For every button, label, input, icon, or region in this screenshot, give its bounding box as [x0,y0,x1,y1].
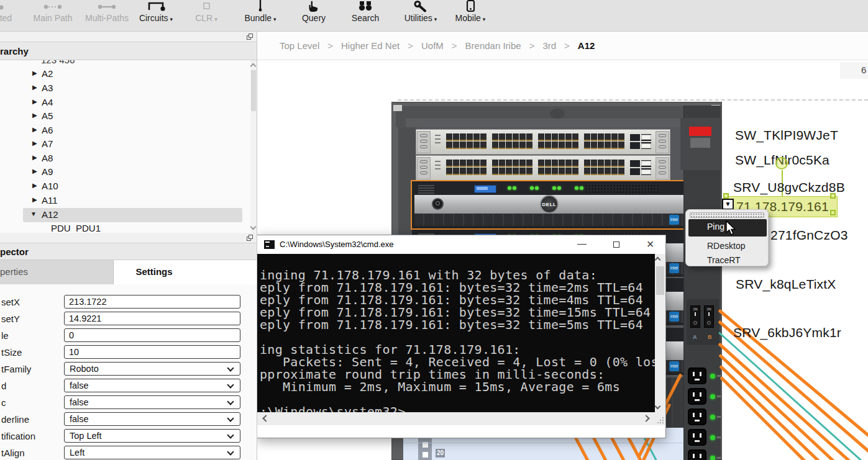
tree-item-a6[interactable]: ▶A6 [0,124,250,138]
tree-item-a3[interactable]: ▶A3 [0,81,250,96]
breadcrumb-higher-ed-net[interactable]: Higher Ed Net [341,40,400,51]
menu-drag-handle[interactable] [690,212,764,218]
pdu-outlet[interactable] [688,429,706,446]
breadcrumb-uofm[interactable]: UofM [421,40,444,51]
caret-collapsed-icon[interactable]: ▶ [32,168,37,174]
setx-field[interactable] [64,295,240,309]
tab-settings[interactable]: Settings [114,260,194,284]
tree-scrollbar[interactable] [250,60,257,233]
tab-properties[interactable]: perties [0,260,114,284]
minimize-button[interactable]: — [568,235,596,254]
caret-collapsed-icon[interactable]: ▶ [32,140,37,147]
resize-grip-icon[interactable] [655,412,665,425]
menu-item-rdesktop[interactable]: RDesktop [688,238,767,254]
scroll-down-icon[interactable] [250,224,257,230]
bold-select[interactable]: false [64,379,240,392]
underline-select[interactable]: false [64,412,240,426]
tree-item-clipped[interactable]: 123 456 [41,60,75,65]
label-dropdown-marker-icon[interactable]: ▼ [722,199,734,210]
device-label-srv2-clipped[interactable]: 271fGnCzO3 [770,228,848,243]
selection-handle[interactable] [723,193,729,199]
textalign-select[interactable]: Left [64,446,240,459]
tree-item-a4[interactable]: ▶A4 [0,96,250,110]
console-line: ing statistics for 71.178.179.161: [260,343,655,356]
italic-select[interactable]: false [64,395,240,409]
caret-collapsed-icon[interactable]: ▶ [32,84,37,91]
orange-cable[interactable] [718,354,868,460]
scroll-down-icon[interactable] [655,404,661,410]
tree-item-a2[interactable]: ▶A2 [0,67,250,81]
close-button[interactable]: × [636,235,664,254]
pdu-outlet[interactable] [688,408,706,425]
mobile-phone-icon [433,0,508,12]
tree-item-a11[interactable]: ▶A11 [0,194,250,208]
breadcrumb-separator: > [564,40,570,51]
pdu-feed-b-label: B [708,334,712,340]
orange-cable[interactable] [718,343,868,460]
scrollbar-thumb[interactable] [656,266,664,295]
rotation-handle-icon[interactable] [775,157,788,169]
vertical-pdu[interactable]: CE FC ON ON A B [683,106,721,460]
toolbar-item-mobile[interactable]: Mobile▾ [433,0,508,24]
caret-expanded-icon[interactable]: ▼ [30,210,37,217]
pdu-feed-a-label: A [693,334,697,340]
selection-handle[interactable] [830,193,836,199]
selection-handle[interactable] [830,210,836,215]
breadcrumb-top-level[interactable]: Top Level [280,40,319,51]
tree-item-pdu-pdu1[interactable]: PDU_PDU1 [51,223,101,233]
console-vertical-scrollbar[interactable] [655,254,665,412]
tree-item-a10[interactable]: ▶A10 [0,179,250,194]
orange-cable[interactable] [718,320,868,460]
console-line: inging 71.178.179.161 with 32 bytes of d… [260,269,655,281]
pdu-outlet[interactable] [688,449,706,460]
caret-collapsed-icon[interactable]: ▶ [32,112,37,119]
tree-item-a9[interactable]: ▶A9 [0,165,250,179]
caret-collapsed-icon[interactable]: ▶ [32,98,37,105]
caret-collapsed-icon[interactable]: ▶ [32,196,37,203]
scrollbar-thumb[interactable] [251,70,256,111]
cmd-window[interactable]: C:\Windows\System32\cmd.exe — × inging 7… [257,235,666,438]
sety-field[interactable] [64,312,240,325]
caret-collapsed-icon[interactable]: ▶ [32,182,37,189]
field-row-justification: tification Top Left [0,429,257,444]
hierarchy-panel-title: rarchy [0,42,257,60]
tree-item-a12-selected[interactable]: ▼A12 [23,208,242,222]
caret-collapsed-icon[interactable]: ▶ [32,70,37,76]
fontfamily-select[interactable]: Roboto [64,362,240,376]
angle-field[interactable] [64,328,240,342]
network-switch-2[interactable] [416,155,670,181]
tree-item-a5[interactable]: ▶A5 [0,109,250,124]
maximize-button[interactable] [602,235,630,254]
menu-item-tracert[interactable]: TraceRT [688,253,767,268]
tree-item-a8[interactable]: ▶A8 [0,151,250,166]
breaker-switch-b[interactable]: ON [704,305,714,328]
breaker-switch-a[interactable]: ON [690,305,700,328]
network-switch-1[interactable] [416,129,670,155]
field-row-textalign: tAlign Left [0,446,257,460]
restore-panel-icon[interactable] [247,34,254,40]
device-label-sw1[interactable]: SW_TKlPI9WJeT [735,128,838,143]
restore-panel-icon[interactable] [247,235,254,241]
scroll-right-icon[interactable] [642,415,649,422]
dell-server-selected[interactable]: DELL intel [412,181,687,228]
console-horizontal-scrollbar[interactable] [257,412,655,425]
console-line: eply from 71.178.179.161: bytes=32 time=… [260,318,655,331]
pdu-red-label [689,127,711,136]
pdu-outlet[interactable] [688,368,706,384]
scroll-up-icon[interactable] [250,63,257,70]
device-label-srv1[interactable]: SRV_U8gvCkzd8B [733,180,845,195]
cmd-title-bar[interactable]: C:\Windows\System32\cmd.exe — × [257,235,665,254]
scroll-left-icon[interactable] [262,415,269,422]
breadcrumb-3rd[interactable]: 3rd [542,40,556,51]
justification-select[interactable]: Top Left [64,429,240,443]
fontsize-field[interactable] [64,345,240,359]
caret-collapsed-icon[interactable]: ▶ [32,154,37,161]
device-label-srv4[interactable]: SRV_6kbJ6Ymk1r [733,325,841,340]
pdu-outlet[interactable] [688,388,706,405]
breadcrumb-brendan-iribe[interactable]: Brendan Iribe [465,40,521,51]
device-label-srv3[interactable]: SRV_k8qLeTixtX [736,277,836,292]
tree-item-a7[interactable]: ▶A7 [0,137,250,151]
field-row-underline: derline false [0,412,257,427]
caret-collapsed-icon[interactable]: ▶ [32,126,37,133]
scroll-up-icon[interactable] [655,257,661,263]
